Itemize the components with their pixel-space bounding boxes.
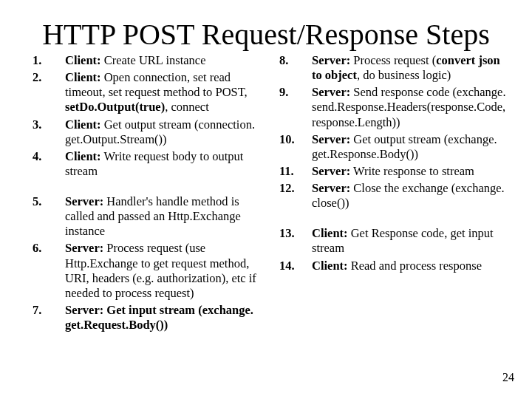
item-text: Server: Write response to stream [312,164,511,179]
item-text: Server: Get output stream (exchange. get… [312,132,511,162]
left-column: 1.Client: Create URL instance2.Client: O… [33,53,278,335]
item-number: 13. [279,226,312,241]
item-text: Client: Create URL instance [65,53,265,68]
list-item: 3.Client: Get output stream (connection.… [33,117,265,147]
item-text: Server: Process request (use Http.Exchan… [65,241,265,301]
item-text: Client: Open connection, set read timeou… [65,70,265,115]
list-spacer [33,181,265,194]
list-item: 5.Server: Handler's handle method is cal… [33,194,265,239]
item-number: 9. [279,85,312,100]
item-text: Server: Send response code (exchange. se… [312,85,511,129]
item-number: 5. [33,194,65,209]
item-number: 8. [279,53,312,68]
list-item: 13.Client: Get Response code, get input … [279,226,511,256]
item-number: 3. [33,117,65,132]
item-text: Server: Close the exchange (exchange. cl… [312,181,511,211]
item-text: Client: Read and process response [312,259,511,273]
list-item: 8.Server: Process request (convert json … [279,53,511,83]
list-item: 6.Server: Process request (use Http.Exch… [33,241,265,301]
slide: HTTP POST Request/Response Steps 1.Clien… [0,0,532,399]
content-columns: 1.Client: Create URL instance2.Client: O… [0,53,532,335]
slide-title: HTTP POST Request/Response Steps [0,0,532,53]
list-item: 12.Server: Close the exchange (exchange.… [279,181,511,211]
item-number: 14. [279,259,312,273]
list-item: 10.Server: Get output stream (exchange. … [279,132,511,162]
item-text: Client: Get output stream (connection. g… [65,117,265,147]
item-number: 7. [33,303,65,318]
list-item: 2.Client: Open connection, set read time… [33,70,265,115]
item-number: 10. [279,132,312,147]
item-text: Client: Write request body to output str… [65,149,265,179]
page-number: 24 [502,371,514,384]
list-item: 7.Server: Get input stream (exchange. ge… [33,303,265,332]
item-number: 11. [279,164,312,179]
item-text: Server: Handler's handle method is calle… [65,194,265,239]
list-spacer [279,213,511,226]
item-number: 2. [33,70,65,85]
item-number: 4. [33,149,65,164]
list-item: 14.Client: Read and process response [279,259,511,273]
list-item: 11.Server: Write response to stream [279,164,511,179]
item-text: Server: Get input stream (exchange. get.… [65,303,265,332]
right-column: 8.Server: Process request (convert json … [278,53,511,335]
list-item: 1.Client: Create URL instance [33,53,265,68]
list-item: 9.Server: Send response code (exchange. … [279,85,511,129]
item-number: 12. [279,181,312,196]
item-text: Client: Get Response code, get input str… [312,226,511,256]
item-text: Server: Process request (convert json to… [312,53,511,83]
item-number: 1. [33,53,65,68]
item-number: 6. [33,241,65,256]
list-item: 4.Client: Write request body to output s… [33,149,265,179]
